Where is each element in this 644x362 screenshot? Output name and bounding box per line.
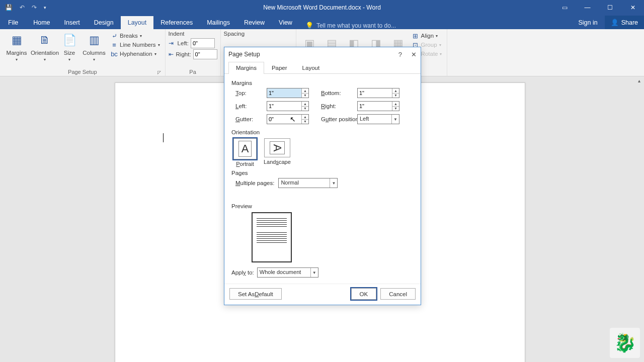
redo-icon[interactable]: ↷ (32, 4, 37, 11)
sign-in-link[interactable]: Sign in (571, 16, 604, 29)
right-input[interactable] (358, 102, 392, 111)
top-spinner[interactable]: ▲▼ (267, 88, 309, 98)
spin-up-icon[interactable]: ▲ (302, 115, 308, 120)
left-spinner[interactable]: ▲▼ (267, 101, 309, 111)
tab-layout[interactable]: Layout (121, 16, 154, 29)
dialog-titlebar[interactable]: Page Setup ? ✕ (224, 47, 421, 61)
hyphenation-label: Hyphenation (120, 51, 152, 57)
top-label: Top: (235, 90, 267, 96)
group-indent: Indent ⇥Left: ⇤Right: Pa (166, 29, 221, 76)
breaks-button[interactable]: ⤶Breaks ▾ (109, 32, 162, 40)
indent-left-label: Left: (178, 40, 189, 46)
page-setup-dialog-launcher[interactable]: ◸ (157, 70, 161, 75)
margins-button[interactable]: ▦Margins▾ (3, 30, 30, 69)
pages-section-label: Pages (231, 170, 414, 176)
right-spinner[interactable]: ▲▼ (357, 101, 399, 111)
gutter-position-label: Gutter position: (312, 116, 357, 122)
bottom-label: Bottom: (312, 90, 357, 96)
dialog-title: Page Setup (228, 51, 260, 58)
gutter-spinner[interactable]: ▲▼ (267, 114, 309, 124)
indent-right-label: Right: (176, 51, 191, 57)
tab-home[interactable]: Home (26, 16, 57, 29)
dialog-tab-margins[interactable]: Margins (228, 62, 264, 74)
bottom-input[interactable] (358, 88, 392, 98)
size-button[interactable]: 📄Size▾ (59, 30, 79, 69)
left-label: Left: (235, 103, 267, 109)
gutter-position-combo[interactable]: Left▼ (357, 114, 399, 124)
bottom-spinner[interactable]: ▲▼ (357, 88, 399, 98)
gutter-input[interactable] (267, 115, 301, 124)
minimize-button[interactable]: — (576, 0, 599, 15)
indent-header: Indent (169, 31, 217, 37)
text-cursor (163, 133, 164, 142)
apply-to-combo[interactable]: Whole document▼ (257, 267, 318, 278)
align-button[interactable]: ⊞Align ▾ (410, 32, 444, 40)
ribbon-options-icon[interactable]: ▭ (553, 0, 576, 15)
save-icon[interactable]: 💾 (5, 4, 13, 11)
portrait-icon: A (233, 138, 257, 159)
tab-review[interactable]: Review (237, 16, 272, 29)
spin-up-icon[interactable]: ▲ (392, 102, 399, 107)
indent-left-row: ⇥Left: (169, 38, 217, 48)
dialog-tab-paper[interactable]: Paper (264, 62, 295, 74)
chevron-down-icon[interactable]: ▼ (391, 115, 399, 124)
dialog-tab-layout[interactable]: Layout (295, 62, 328, 74)
close-button[interactable]: ✕ (621, 0, 644, 15)
tab-view[interactable]: View (272, 16, 299, 29)
preview-image (252, 212, 292, 262)
rotate-label: Rotate (421, 51, 438, 57)
spin-up-icon[interactable]: ▲ (302, 102, 308, 107)
margins-section-label: Margins (231, 80, 414, 86)
titlebar: 💾 ↶ ↷ ▾ New Microsoft Word Document.docx… (0, 0, 644, 15)
indent-right-input[interactable] (193, 49, 217, 59)
tab-file[interactable]: File (0, 16, 26, 29)
orientation-label: Orientation (31, 50, 59, 56)
indent-left-input[interactable] (191, 38, 215, 48)
chevron-down-icon[interactable]: ▼ (330, 178, 337, 188)
maximize-button[interactable]: ☐ (599, 0, 621, 15)
line-numbers-button[interactable]: ≡Line Numbers ▾ (109, 41, 162, 49)
multiple-pages-value: Normal (279, 178, 330, 188)
portrait-option[interactable]: A Portrait (233, 138, 257, 167)
hyphenation-button[interactable]: bcHyphenation ▾ (109, 50, 162, 58)
spin-down-icon[interactable]: ▼ (302, 107, 308, 111)
scroll-up-button[interactable]: ▴ (635, 76, 643, 84)
spin-down-icon[interactable]: ▼ (302, 120, 308, 124)
landscape-option[interactable]: A Landscape (264, 138, 291, 167)
group-page-setup: ▦Margins▾ 🗎Orientation▾ 📄Size▾ ▥Columns▾… (0, 29, 166, 76)
columns-icon: ▥ (86, 32, 102, 48)
share-button[interactable]: 👤Share (605, 16, 644, 29)
dialog-close-button[interactable]: ✕ (411, 51, 417, 58)
tab-mailings[interactable]: Mailings (200, 16, 237, 29)
undo-icon[interactable]: ↶ (20, 4, 25, 11)
tell-me-placeholder: Tell me what you want to do... (316, 22, 396, 29)
chevron-down-icon[interactable]: ▼ (310, 268, 318, 277)
tab-insert[interactable]: Insert (57, 16, 87, 29)
multiple-pages-label: Multiple pages: (235, 180, 274, 186)
multiple-pages-combo[interactable]: Normal▼ (278, 178, 338, 188)
columns-button[interactable]: ▥Columns▾ (80, 30, 108, 69)
spin-down-icon[interactable]: ▼ (392, 107, 399, 111)
tab-design[interactable]: Design (87, 16, 121, 29)
qat-customize-icon[interactable]: ▾ (44, 5, 46, 10)
lightbulb-icon: 💡 (305, 22, 313, 29)
orientation-button[interactable]: 🗎Orientation▾ (31, 30, 58, 69)
spin-up-icon[interactable]: ▲ (302, 88, 308, 94)
tab-references[interactable]: References (153, 16, 200, 29)
dialog-help-button[interactable]: ? (398, 51, 402, 58)
indent-right-row: ⇤Right: (169, 49, 217, 59)
align-icon: ⊞ (412, 32, 419, 39)
spin-up-icon[interactable]: ▲ (392, 88, 399, 94)
indent-right-icon: ⇤ (169, 51, 174, 58)
landscape-label: Landscape (264, 159, 291, 165)
line-numbers-icon: ≡ (111, 41, 118, 48)
left-input[interactable] (267, 102, 301, 111)
set-as-default-button[interactable]: Set As Default (229, 288, 282, 300)
cancel-button[interactable]: Cancel (380, 288, 416, 300)
tell-me-search[interactable]: 💡Tell me what you want to do... (305, 22, 396, 29)
ok-button[interactable]: OK (351, 288, 377, 300)
spin-down-icon[interactable]: ▼ (392, 94, 399, 98)
spin-down-icon[interactable]: ▼ (302, 94, 308, 98)
top-input[interactable] (267, 88, 301, 98)
share-icon: 👤 (611, 19, 619, 26)
